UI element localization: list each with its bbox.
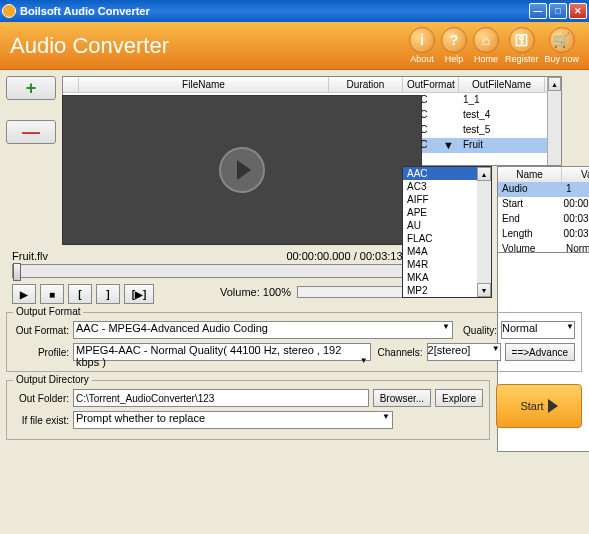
play-control[interactable]: ▶	[12, 284, 36, 304]
titlebar: Boilsoft Audio Converter — □ ✕	[0, 0, 589, 22]
folder-input[interactable]	[73, 389, 369, 407]
channels-label: Channels:	[375, 347, 423, 358]
col-outfilename[interactable]: OutFileName	[459, 77, 545, 92]
volume-label: Volume: 100%	[220, 286, 291, 298]
range-control[interactable]: [▶]	[124, 284, 154, 304]
app-icon	[2, 4, 16, 18]
scroll-up-icon[interactable]: ▲	[477, 167, 491, 181]
channels-select[interactable]: 2[stereo]▼	[427, 343, 501, 361]
help-icon: ?	[441, 27, 467, 53]
maximize-button[interactable]: □	[549, 3, 567, 19]
help-button[interactable]: ?Help	[441, 27, 467, 64]
profile-label: Profile:	[13, 347, 69, 358]
output-directory-group: Output Directory Out Folder: Browser... …	[6, 380, 490, 440]
mark-in-control[interactable]: [	[68, 284, 92, 304]
remove-file-button[interactable]: —	[6, 120, 56, 144]
info-row[interactable]: Length00:03:13.592	[498, 227, 589, 242]
outformat-select[interactable]: AAC - MPEG4-Advanced Audio Coding▼	[73, 321, 453, 339]
about-button[interactable]: iAbout	[409, 27, 435, 64]
info-row[interactable]: Audio1	[498, 182, 589, 197]
play-icon	[548, 399, 558, 413]
close-button[interactable]: ✕	[569, 3, 587, 19]
output-format-group: Output Format Out Format: AAC - MPEG4-Ad…	[6, 312, 582, 372]
app-title: Audio Converter	[10, 33, 409, 59]
info-row[interactable]: End00:03:13.592	[498, 212, 589, 227]
group-title: Output Format	[13, 306, 83, 317]
info-table: Name Value Audio1Start00:00:00.000End00:…	[497, 166, 589, 258]
home-button[interactable]: ⌂Home	[473, 27, 499, 64]
play-icon	[237, 160, 251, 180]
quality-select[interactable]: Normal▼	[501, 321, 575, 339]
minimize-button[interactable]: —	[529, 3, 547, 19]
register-button[interactable]: ⚿Register	[505, 27, 539, 64]
advance-button[interactable]: ==>Advance	[505, 343, 575, 361]
current-file-label: Fruit.flv	[12, 250, 48, 262]
quality-label: Quality:	[457, 325, 497, 336]
explore-button[interactable]: Explore	[435, 389, 483, 407]
scroll-up-icon[interactable]: ▲	[548, 77, 561, 91]
folder-label: Out Folder:	[13, 393, 69, 404]
table-scrollbar[interactable]: ▲	[547, 77, 561, 165]
window-title: Boilsoft Audio Converter	[20, 5, 529, 17]
dropdown-scrollbar[interactable]: ▲ ▼	[477, 167, 491, 297]
stop-control[interactable]: ■	[40, 284, 64, 304]
info-icon: i	[409, 27, 435, 53]
scroll-down-icon[interactable]: ▼	[477, 283, 491, 297]
col-name[interactable]: Name	[498, 167, 562, 182]
cart-icon: 🛒	[549, 27, 575, 53]
key-icon: ⚿	[509, 27, 535, 53]
col-duration[interactable]: Duration	[329, 77, 403, 92]
seek-thumb[interactable]	[13, 263, 21, 281]
group-title: Output Directory	[13, 374, 92, 385]
play-button[interactable]	[219, 147, 265, 193]
add-file-button[interactable]: +	[6, 76, 56, 100]
format-dropdown[interactable]: AACAC3AIFFAPEAUFLACM4AM4RMKAMP2 ▲ ▼	[402, 166, 492, 298]
col-value[interactable]: Value	[562, 167, 589, 182]
home-icon: ⌂	[473, 27, 499, 53]
col-filename[interactable]: FileName	[79, 77, 329, 92]
info-row[interactable]: Start00:00:00.000	[498, 197, 589, 212]
start-button[interactable]: Start	[496, 384, 582, 428]
mark-out-control[interactable]: ]	[96, 284, 120, 304]
seek-slider[interactable]	[12, 264, 424, 278]
col-outformat[interactable]: OutFormat	[403, 77, 459, 92]
exist-select[interactable]: Prompt whether to replace▼	[73, 411, 393, 429]
header: Audio Converter iAbout ?Help ⌂Home ⚿Regi…	[0, 22, 589, 70]
preview-panel	[62, 95, 422, 245]
outformat-label: Out Format:	[13, 325, 69, 336]
browse-button[interactable]: Browser...	[373, 389, 431, 407]
volume-slider[interactable]	[297, 286, 407, 298]
profile-select[interactable]: MPEG4-AAC - Normal Quality( 44100 Hz, st…	[73, 343, 371, 361]
buynow-button[interactable]: 🛒Buy now	[544, 27, 579, 64]
exist-label: If file exist:	[13, 415, 69, 426]
